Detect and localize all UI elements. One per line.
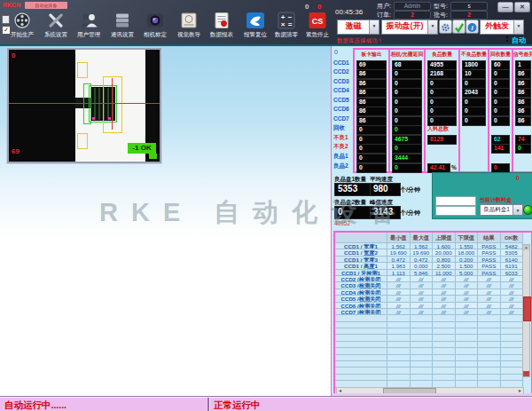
chevron-down-icon[interactable]: ▼: [369, 20, 379, 34]
close-button[interactable]: ✕: [514, 2, 530, 12]
row-label-cell: [335, 348, 387, 354]
info-button[interactable]: i: [466, 20, 479, 34]
table-empty-row: [335, 328, 523, 335]
minimize-button[interactable]: —: [497, 2, 513, 12]
stat-value: 0: [392, 116, 422, 126]
application-window: RKCN 自动化设备 — ✕ ✓ 开始生产 系统设置 用户管理 通讯设置 相机标…: [0, 0, 532, 411]
value-cell: 5305: [501, 249, 524, 256]
user-value: Admin: [394, 2, 431, 11]
value-cell: 1.500: [456, 263, 479, 269]
table-row: CCD1 / 高度11.9830.0002.5001.500PASS6191: [335, 263, 523, 269]
stat-inline-label: 入料总数: [427, 125, 449, 133]
counting-box-panel: 0 当前计数料盒 良品料盒1 ▼: [432, 172, 532, 219]
crosshair-horizontal: [9, 103, 160, 104]
value-cell: 2.500: [433, 263, 456, 269]
table-header-row: 最小值最大值上限值下限值结果OK数: [335, 233, 523, 243]
stat-value: 4955: [427, 60, 457, 70]
value-cell: [478, 342, 501, 348]
stat-value: 86: [515, 107, 531, 116]
value-cell: 0.472: [411, 257, 434, 263]
value-cell: [456, 361, 479, 368]
stat-column-header: 相机/光栅返回: [390, 51, 424, 59]
trigger-mode-value: 外触发: [481, 20, 513, 34]
run-status-left: 自动运行中......: [4, 399, 66, 411]
count-input-1[interactable]: [435, 196, 476, 206]
stat-value: 0: [427, 79, 457, 89]
value-cell: [478, 368, 501, 374]
table-empty-row: [335, 368, 523, 374]
value-cell: 最大值: [411, 233, 434, 243]
value-cell: ///: [478, 276, 501, 282]
run-status-right: 正常运行中: [214, 399, 261, 411]
box-select-dropdown[interactable]: 良品料盒1 ▼: [480, 204, 523, 216]
value-cell: [456, 368, 479, 374]
value-cell: [387, 315, 411, 321]
scroll-down-icon[interactable]: ▼: [523, 371, 529, 376]
excite-dropdown[interactable]: 激磁 ▼: [337, 20, 379, 35]
stat-column-signal-diff: 信号差异1868686868686740: [512, 48, 532, 173]
chevron-down-icon[interactable]: ▼: [512, 205, 522, 215]
status-led: [523, 205, 532, 215]
chevron-down-icon[interactable]: ▼: [427, 20, 437, 34]
stat-value: 0: [392, 79, 422, 89]
value-cell: [501, 342, 524, 348]
value-cell: 6140: [501, 257, 524, 263]
value-cell: 5.846: [411, 270, 434, 276]
percent-unit: %: [451, 164, 457, 171]
stat-row-labels: CCD1CCD2CCD3CCD4CCD5CCD6CCD7回收不良1不良2良品1良…: [333, 48, 352, 170]
stat-row-label: 良品1: [333, 152, 348, 160]
stat-value: 0: [491, 79, 510, 89]
stat-value: 0: [392, 125, 422, 135]
stat-column-defect-count: 不良品数量18001002043000: [458, 48, 489, 173]
roi-yellow-bottom: [77, 133, 88, 149]
results-table: 最小值最大值上限值下限值结果OK数CCD1 / 宽度11.5621.5621.6…: [333, 231, 532, 398]
settings-gear-button[interactable]: [439, 20, 452, 34]
stat-row-label: CCD4: [333, 86, 349, 94]
table-empty-row: [335, 348, 523, 354]
confirm-button[interactable]: [452, 20, 466, 34]
stat-value: 1800: [462, 60, 486, 70]
value-cell: [433, 348, 456, 354]
value-cell: [501, 348, 524, 354]
vibration-dropdown[interactable]: 振动盘(开) ▼: [381, 20, 438, 35]
trigger-mode-dropdown[interactable]: 外触发 ▼: [480, 20, 524, 35]
dots-indicator: [506, 36, 508, 38]
value-cell: [411, 361, 434, 368]
value-cell: [478, 355, 501, 361]
brand-text: RKCN: [3, 2, 20, 8]
scroll-up-icon[interactable]: ▲: [523, 245, 529, 250]
chevron-down-icon[interactable]: ▼: [513, 20, 523, 34]
value-cell: [478, 335, 501, 341]
camera-counter-top: 0: [12, 51, 15, 59]
row-label-cell: [335, 368, 387, 374]
value-cell: ///: [411, 296, 434, 302]
value-cell: PASS: [478, 249, 501, 256]
stat-value: 0: [356, 135, 387, 145]
count-input-2[interactable]: [435, 206, 476, 216]
value-cell: 18.000: [456, 249, 479, 256]
camera-view: 0 69 -1 OK: [7, 48, 161, 163]
value-cell: ///: [456, 282, 479, 288]
value-cell: 上限值: [433, 233, 456, 243]
value-cell: 0.472: [387, 257, 411, 263]
svg-text:=: =: [288, 20, 293, 28]
marker-dot: [92, 117, 95, 120]
value-cell: 下限值: [456, 233, 479, 243]
roi-yellow-top: [77, 62, 88, 78]
vertical-scrollbar[interactable]: ▲ ▼: [522, 244, 530, 377]
table-row: CCD1 / 宽度30.4720.4720.8000.200PASS6140: [335, 257, 523, 263]
scrollbar-thumb[interactable]: [523, 296, 531, 321]
emergency-stop-button[interactable]: CS 紧急停止: [298, 12, 337, 42]
table-row: CCD6 /检测关闭//////////////////: [335, 303, 523, 309]
value-cell: 19.690: [387, 249, 411, 256]
value-cell: ///: [433, 282, 456, 288]
stat-value: 10: [462, 69, 486, 79]
row-label-cell: [335, 375, 387, 381]
row-label-cell: CCD3 /检测关闭: [335, 282, 387, 288]
svg-text:CS: CS: [312, 17, 324, 26]
value-cell: [433, 355, 456, 361]
value-cell: 1.600: [433, 243, 456, 249]
row-label-cell: CCD1 / 宽度3: [335, 257, 387, 263]
measure-line-vertical: [112, 78, 113, 130]
value-cell: [456, 335, 479, 341]
